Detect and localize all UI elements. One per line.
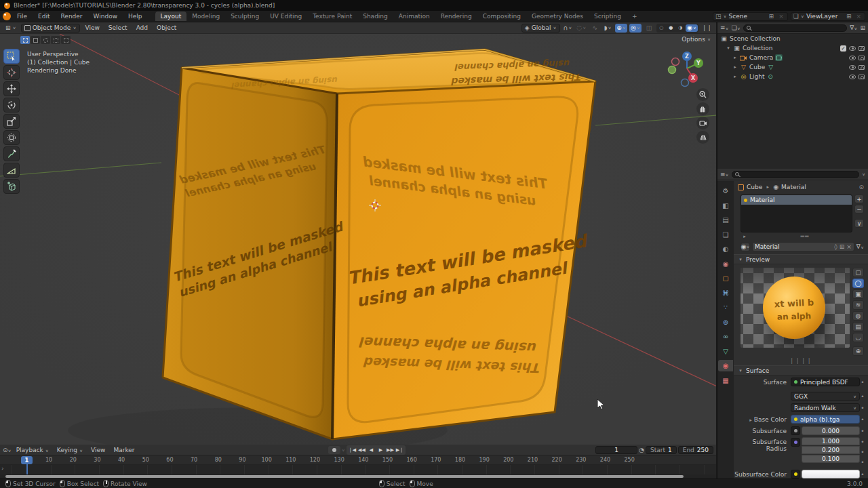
camera-expand-icon[interactable]: ▸: [732, 55, 738, 60]
menu-tl-view[interactable]: View: [87, 446, 108, 454]
base-color-texture-button[interactable]: alpha (b).tga: [791, 415, 860, 424]
snap-toggle[interactable]: ∩∨: [562, 24, 574, 33]
distribution-dropdown[interactable]: GGX∨: [791, 392, 860, 401]
select-lasso-button[interactable]: [51, 36, 60, 44]
frame-end-field[interactable]: End250: [678, 446, 713, 454]
viewport-3d[interactable]: ⊞∨ Object Mode ∨ View Select Add Object …: [0, 22, 717, 445]
tool-add-cube[interactable]: [3, 179, 20, 194]
tab-particles[interactable]: ∵: [718, 302, 733, 313]
select-circle-button[interactable]: [41, 36, 50, 44]
tab-object[interactable]: ▢: [718, 272, 733, 284]
select-tweak-button[interactable]: [20, 36, 30, 44]
add-slot-button[interactable]: +: [854, 195, 864, 203]
breadcrumb-object[interactable]: Cube: [747, 184, 762, 190]
animate-dot[interactable]: •: [860, 416, 865, 423]
timeline-track[interactable]: [0, 465, 716, 474]
tab-geometry-nodes[interactable]: Geometry Nodes: [526, 12, 589, 21]
preview-shaderball-button[interactable]: ◍: [852, 311, 864, 321]
zoom-button[interactable]: [696, 88, 709, 101]
tab-modeling[interactable]: Modeling: [186, 12, 225, 21]
mesh-data-icon[interactable]: ▽: [767, 64, 774, 70]
tool-cursor[interactable]: [3, 65, 20, 80]
tab-constraints[interactable]: ∞: [718, 331, 733, 342]
row-collection[interactable]: ▾ ▣ Collection ✓: [717, 43, 868, 53]
material-slot-list[interactable]: Material: [741, 195, 852, 232]
menu-render[interactable]: Render: [56, 12, 87, 20]
surface-shader-button[interactable]: Principled BSDF: [791, 378, 860, 386]
gizmo-z-neg[interactable]: [682, 79, 689, 87]
tab-physics[interactable]: ⊚: [718, 317, 733, 328]
cube-object[interactable]: This text will be masked using an alpha …: [163, 49, 595, 439]
shading-material-button[interactable]: ◑: [676, 24, 685, 32]
outliner-display-mode[interactable]: ≡∨: [720, 24, 729, 31]
gizmo-y-neg[interactable]: [669, 66, 676, 74]
pause-button[interactable]: ❘❘: [701, 24, 713, 33]
collection-render-icon[interactable]: [859, 46, 865, 51]
base-color-expand[interactable]: ▸: [749, 418, 752, 423]
prev-keyframe-button[interactable]: ◀◀: [357, 446, 366, 454]
shading-wireframe-button[interactable]: ○: [657, 24, 666, 32]
overlays-toggle[interactable]: ◎∨: [629, 24, 642, 33]
editor-type-button[interactable]: ⊞∨: [3, 24, 19, 32]
animate-dot[interactable]: •: [860, 471, 865, 478]
animate-dot[interactable]: •: [860, 428, 865, 434]
preview-sphere-button[interactable]: ◯: [852, 279, 864, 288]
pin-icon[interactable]: ⊙: [859, 184, 864, 190]
tab-world[interactable]: ◉: [718, 258, 733, 270]
menu-select[interactable]: Select: [105, 24, 131, 32]
menu-view[interactable]: View: [82, 24, 103, 32]
sss-method-dropdown[interactable]: Random Walk∨: [791, 403, 860, 412]
cube-hide-icon[interactable]: [849, 65, 856, 70]
tool-select-box[interactable]: [3, 49, 20, 64]
viewport-canvas[interactable]: This text will be masked using an alpha …: [0, 34, 716, 445]
tab-animation[interactable]: Animation: [393, 12, 435, 21]
surface-panel-header[interactable]: ▾ Surface: [734, 365, 868, 375]
preview-hair-button[interactable]: ≋: [852, 300, 864, 310]
gizmo-toggle[interactable]: ⊕∨: [615, 24, 627, 33]
xray-toggle[interactable]: ◫: [644, 24, 654, 33]
tab-layout[interactable]: Layout: [155, 12, 187, 21]
subsurface-node-button[interactable]: [791, 426, 800, 435]
light-render-icon[interactable]: [859, 75, 865, 79]
camera-data-icon[interactable]: [775, 54, 783, 61]
radius-node-button[interactable]: [791, 438, 800, 447]
slot-list-grip[interactable]: ▸══: [734, 232, 868, 241]
preview-cloth-button[interactable]: ▤: [852, 322, 864, 331]
remove-slot-button[interactable]: −: [854, 205, 864, 214]
tool-transform[interactable]: [3, 130, 20, 145]
animate-dot[interactable]: •: [860, 405, 865, 411]
collection-hide-icon[interactable]: [849, 46, 856, 51]
tab-sculpting[interactable]: Sculpting: [225, 12, 264, 21]
menu-help[interactable]: Help: [123, 12, 147, 20]
playhead[interactable]: 1: [21, 456, 33, 464]
preview-fluid-button[interactable]: ◡: [852, 333, 864, 342]
mode-dropdown[interactable]: Object Mode ∨: [21, 24, 80, 33]
pan-button[interactable]: [696, 102, 709, 115]
tab-tool[interactable]: ⚙: [718, 185, 733, 197]
radius-z-field[interactable]: 0.100: [802, 455, 860, 463]
cube-expand-icon[interactable]: ▸: [732, 64, 738, 70]
viewlayer-selector[interactable]: ❏∨ ViewLayer ⊞ ×: [791, 12, 865, 21]
play-reverse-button[interactable]: ◀: [367, 446, 376, 454]
radius-y-field[interactable]: 0.200: [802, 446, 860, 454]
tab-output[interactable]: ▤: [718, 214, 733, 226]
material-name-field[interactable]: Material ◊ ⊞ ×: [752, 242, 854, 251]
tab-scripting[interactable]: Scripting: [589, 12, 627, 21]
animate-dot[interactable]: •: [860, 379, 865, 386]
timeline-overflow-arrow[interactable]: ›: [1, 465, 4, 472]
tool-measure[interactable]: [3, 163, 20, 178]
tab-modifiers[interactable]: ⌘: [718, 287, 733, 299]
animate-dot[interactable]: •••: [860, 437, 865, 468]
preview-world-button[interactable]: ⊕: [852, 346, 864, 356]
add-workspace-button[interactable]: +: [627, 12, 643, 21]
slot-specials-button[interactable]: ∨: [854, 219, 864, 228]
radius-x-field[interactable]: 1.000: [802, 437, 860, 445]
falloff-toggle[interactable]: ∿: [589, 24, 600, 33]
subsurface-slider[interactable]: 0.000: [802, 426, 860, 435]
tab-shading[interactable]: Shading: [357, 12, 393, 21]
tab-uv-editing[interactable]: UV Editing: [264, 12, 307, 21]
tab-object-data[interactable]: ▽: [718, 346, 733, 357]
auto-key-button[interactable]: [328, 446, 340, 454]
new-collection-button[interactable]: ⊞: [860, 24, 865, 31]
delete-viewlayer-button[interactable]: ×: [854, 13, 863, 20]
